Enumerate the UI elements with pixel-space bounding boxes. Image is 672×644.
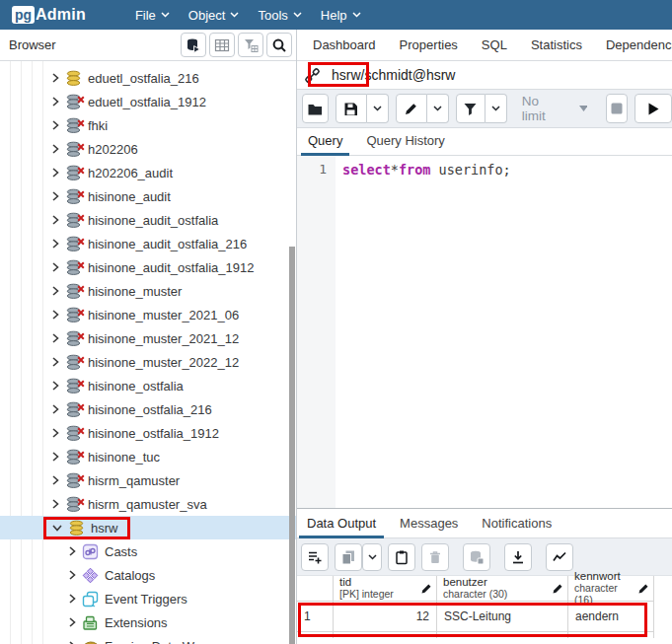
sidebar-scrollbar[interactable] [289,247,295,644]
menu-tools[interactable]: Tools [258,8,301,23]
tree-node-eduetl_ostfalia_216[interactable]: eduetl_ostfalia_216 [0,66,296,90]
tree-node-label: Catalogs [105,568,155,583]
database-tree: eduetl_ostfalia_216 eduetl_ostfalia_1912… [0,66,296,644]
line-number: 1 [297,162,327,177]
tree-node-hisinone_audit_ostfalia[interactable]: hisinone_audit_ostfalia [0,208,296,232]
save-file-button[interactable] [336,94,367,123]
tab-query-history[interactable]: Query History [366,133,444,155]
tree-node-extensions[interactable]: Extensions [0,610,296,634]
pgadmin-logo[interactable]: pg Admin [12,6,86,24]
download-results-button[interactable] [504,543,532,571]
tree-node-hisinone_ostfalia_1912[interactable]: hisinone_ostfalia_1912 [0,421,296,445]
edit-pencil-icon[interactable] [420,583,432,595]
tree-node-hisrm_qamuster_sva[interactable]: hisrm_qamuster_sva [0,492,296,516]
tab-messages[interactable]: Messages [400,516,458,537]
paste-button[interactable] [388,543,415,571]
tree-node-hisinone_audit_ostfalia_1912[interactable]: hisinone_audit_ostfalia_1912 [0,255,296,279]
connection-user: hsrw/ [332,67,364,83]
tree-node-eduetl_ostfalia_1912[interactable]: eduetl_ostfalia_1912 [0,90,296,113]
execute-query-button[interactable] [635,94,672,123]
tree-node-hisinone_audit_ostfalia_216[interactable]: hisinone_audit_ostfalia_216 [0,232,296,255]
tree-node-label: hisinone_ostfalia [88,379,184,394]
browser-panel-title: Browser [9,37,56,52]
tree-node-hisinone_muster_2021_06[interactable]: hisinone_muster_2021_06 [0,303,296,326]
chevron-down-icon [52,525,62,532]
tree-node-hisinone_ostfalia[interactable]: hisinone_ostfalia [0,374,296,397]
filter-options-button[interactable] [485,94,507,123]
copy-options-button[interactable] [362,543,382,571]
cell-tid[interactable]: 12 [334,602,437,632]
menu-object[interactable]: Object [188,8,240,23]
query-tool-grid-button[interactable] [209,33,235,57]
connection-bar[interactable]: hsrw/ schmidt@hsrw [297,61,672,90]
database-disconnected-icon [65,307,82,323]
open-file-button[interactable] [302,94,329,123]
tree-node-hisinone_ostfalia_216[interactable]: hisinone_ostfalia_216 [0,397,296,421]
annotation-redwrap: hsrw [44,518,129,538]
sql-text: userinfo; [430,162,510,178]
add-server-button[interactable] [181,33,206,57]
tree-node-h202206_audit[interactable]: h202206_audit [0,161,296,184]
row-number-cell[interactable]: 1 [297,602,334,632]
graph-visualiser-button[interactable] [546,543,573,571]
tree-node-hisinone_muster[interactable]: hisinone_muster [0,279,296,303]
tab-sql[interactable]: SQL [482,37,507,52]
tree-node-hisinone_muster_2022_12[interactable]: hisinone_muster_2022_12 [0,350,296,374]
edit-options-button[interactable] [427,94,449,123]
edit-button[interactable] [396,94,427,123]
chevron-right-icon [52,168,59,178]
results-grid: tid [PK] integer benutzer character (30) [297,576,672,638]
tree-node-casts[interactable]: Casts [0,539,296,563]
tree-node-hisinone_tuc[interactable]: hisinone_tuc [0,445,296,468]
tab-notifications[interactable]: Notifications [482,516,552,537]
column-header-kennwort[interactable]: kennwort character (16) [568,576,654,602]
delete-row-button[interactable] [421,543,449,571]
filtered-rows-button[interactable] [238,33,263,57]
tree-node-label: eduetl_ostfalia_216 [88,71,199,86]
cell-benutzer[interactable]: SSC-Leitung [437,602,568,632]
search-objects-button[interactable] [266,33,292,57]
edit-pencil-icon[interactable] [552,583,563,595]
chevron-right-icon [52,381,59,391]
tree-node-catalogs[interactable]: Catalogs [0,563,296,587]
tree-node-hisrm_qamuster[interactable]: hisrm_qamuster [0,468,296,492]
cancel-query-button[interactable] [606,94,628,123]
copy-button[interactable] [335,543,362,571]
tree-node-foreign-data-wrappers[interactable]: Foreign Data Wrappers [0,634,296,644]
column-header-tid[interactable]: tid [PK] integer [334,576,437,602]
tree-node-label: h202206_audit [88,166,173,180]
editor-code-area[interactable]: select*from userinfo; [336,156,511,508]
tab-query[interactable]: Query [308,133,342,155]
chevron-right-icon [52,120,59,130]
save-options-button[interactable] [367,94,389,123]
tree-node-event-triggers[interactable]: Event Triggers [0,587,296,610]
tree-node-label: hisrm_qamuster_sva [88,497,207,512]
filter-button[interactable] [456,94,485,123]
tab-properties[interactable]: Properties [400,37,458,52]
tab-statistics[interactable]: Statistics [531,37,582,52]
tree-node-hisinone_muster_2021_12[interactable]: hisinone_muster_2021_12 [0,326,296,350]
tree-node-hsrw[interactable]: hsrw [0,516,296,539]
add-row-button[interactable] [301,543,329,571]
tree-node-h202206[interactable]: h202206 [0,137,296,161]
query-tool-panel: hsrw/ schmidt@hsrw [297,61,672,644]
database-disconnected-icon [65,188,82,205]
cell-kennwort[interactable]: aendern [568,602,654,632]
tab-data-output[interactable]: Data Output [307,516,376,537]
tab-dependencies[interactable]: Dependencies [606,37,672,52]
tab-dashboard[interactable]: Dashboard [313,37,376,52]
tree-node-fhki[interactable]: fhki [0,113,296,137]
tree-node-label: Extensions [105,615,168,630]
edit-pencil-icon[interactable] [637,583,649,595]
tree-node-hisinone_audit[interactable]: hisinone_audit [0,184,296,208]
column-header-benutzer[interactable]: benutzer character (30) [437,576,568,602]
database-disconnected-icon [65,212,82,229]
save-data-changes-button[interactable] [463,543,490,571]
chevron-down-icon [491,106,500,111]
chevron-right-icon [69,570,76,580]
menu-file[interactable]: File [135,8,170,23]
limit-select[interactable]: No limit [522,94,588,123]
tree-node-label: Casts [105,544,137,559]
menu-help[interactable]: Help [321,8,361,23]
sql-keyword: from [399,162,431,178]
